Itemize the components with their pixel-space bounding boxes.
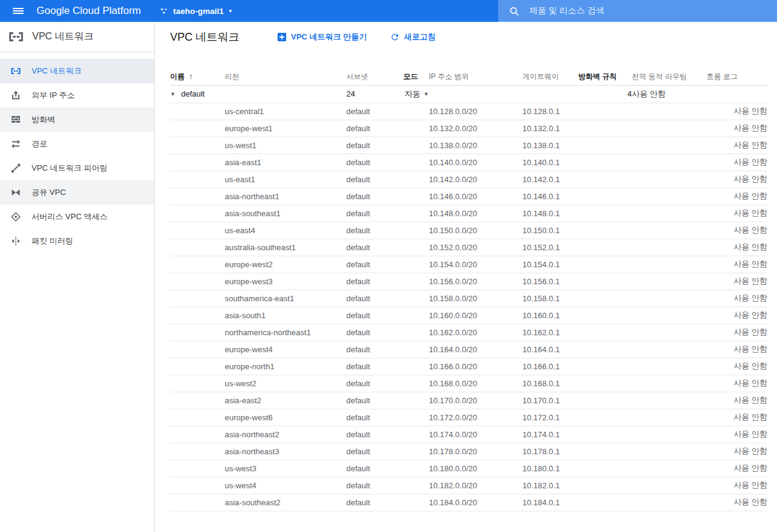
empty-cell (632, 375, 707, 392)
subnet-name-cell[interactable]: default (346, 239, 403, 256)
subnet-row[interactable]: asia-southeast1 default 10.148.0.0/20 10… (170, 205, 767, 222)
column-header-mode[interactable]: 모드 (403, 69, 429, 85)
empty-cell (170, 477, 225, 494)
subnet-name-cell[interactable]: default (346, 443, 403, 460)
subnet-name-cell[interactable]: default (346, 494, 403, 511)
subnet-row[interactable]: asia-east1 default 10.140.0.0/20 10.140.… (170, 154, 767, 171)
subnet-row[interactable]: asia-south1 default 10.160.0.0/20 10.160… (170, 307, 767, 324)
subnet-name-cell[interactable]: default (346, 273, 403, 290)
global-dynamic-routing-cell: 사용 안함 (632, 85, 707, 103)
mode-cell[interactable]: 자동▼ (403, 85, 429, 103)
subnet-name-cell[interactable]: default (346, 222, 403, 239)
subnet-row[interactable]: asia-east2 default 10.170.0.0/20 10.170.… (170, 392, 767, 409)
gateway-cell: 10.174.0.1 (522, 426, 578, 443)
subnet-row[interactable]: asia-northeast2 default 10.174.0.0/20 10… (170, 426, 767, 443)
sidebar-item-label: 패킷 미러링 (32, 236, 74, 247)
sidebar-item-firewall[interactable]: 방화벽 (0, 107, 154, 132)
empty-cell (225, 85, 346, 103)
column-header-ip-range[interactable]: IP 주소 범위 (429, 69, 522, 85)
sidebar-item-serverless-vpc-access[interactable]: 서버리스 VPC 액세스 (0, 205, 154, 229)
product-logo[interactable]: Google Cloud Platform (36, 5, 141, 17)
sidebar-item-packet-mirroring[interactable]: 패킷 미러링 (0, 229, 154, 253)
gateway-cell: 10.152.0.1 (522, 239, 578, 256)
subnet-row[interactable]: europe-north1 default 10.166.0.0/20 10.1… (170, 358, 767, 375)
subnet-row[interactable]: asia-northeast3 default 10.178.0.0/20 10… (170, 443, 767, 460)
gateway-cell: 10.138.0.1 (522, 137, 578, 154)
collapse-caret-icon[interactable]: ▼ (170, 91, 176, 97)
flow-logs-cell: 사용 안함 (707, 222, 767, 239)
subnet-row[interactable]: us-west3 default 10.180.0.0/20 10.180.0.… (170, 460, 767, 477)
column-header-gateway[interactable]: 게이트웨이 (522, 69, 578, 85)
column-header-region[interactable]: 리전 (225, 69, 346, 85)
firewall-rules-count-cell[interactable]: 4 (578, 85, 632, 103)
empty-cell (170, 137, 225, 154)
network-row-default[interactable]: ▼default 24 자동▼ 4 사용 안함 (170, 85, 767, 103)
subnet-name-cell[interactable]: default (346, 460, 403, 477)
search-bar[interactable]: 제품 및 리소스 검색 (498, 0, 777, 22)
shared-vpc-icon (10, 187, 21, 198)
subnet-row[interactable]: europe-west4 default 10.164.0.0/20 10.16… (170, 341, 767, 358)
sidebar-item-shared-vpc[interactable]: 공유 VPC (0, 180, 154, 205)
column-header-global-dynamic-routing[interactable]: 전역 동적 라우팅 (632, 69, 707, 85)
subnet-row[interactable]: northamerica-northeast1 default 10.162.0… (170, 324, 767, 341)
sidebar-item-vpc-network-peering[interactable]: VPC 네트워크 피어링 (0, 156, 154, 180)
gateway-cell: 10.164.0.1 (522, 341, 578, 358)
subnet-row[interactable]: europe-west3 default 10.156.0.0/20 10.15… (170, 273, 767, 290)
empty-cell (403, 443, 429, 460)
subnet-name-cell[interactable]: default (346, 103, 403, 120)
subnet-name-cell[interactable]: default (346, 307, 403, 324)
subnet-row[interactable]: europe-west1 default 10.132.0.0/20 10.13… (170, 120, 767, 137)
subnet-row[interactable]: us-west4 default 10.182.0.0/20 10.182.0.… (170, 477, 767, 494)
subnet-name-cell[interactable]: default (346, 392, 403, 409)
subnet-row[interactable]: us-central1 default 10.128.0.0/20 10.128… (170, 103, 767, 120)
empty-cell (632, 205, 707, 222)
network-name-link[interactable]: default (181, 89, 205, 98)
column-header-flow-logs[interactable]: 흐름 로그 (707, 69, 767, 85)
subnet-row[interactable]: asia-northeast1 default 10.146.0.0/20 10… (170, 188, 767, 205)
subnet-name-cell[interactable]: default (346, 154, 403, 171)
subnet-name-cell[interactable]: default (346, 375, 403, 392)
subnet-name-cell[interactable]: default (346, 205, 403, 222)
empty-cell (403, 409, 429, 426)
subnet-row[interactable]: us-west1 default 10.138.0.0/20 10.138.0.… (170, 137, 767, 154)
column-header-subnets[interactable]: 서브넷 (346, 69, 403, 85)
create-vpc-network-button[interactable]: VPC 네트워크 만들기 (277, 32, 367, 43)
subnet-row[interactable]: us-east4 default 10.150.0.0/20 10.150.0.… (170, 222, 767, 239)
empty-cell (632, 324, 707, 341)
subnet-name-cell[interactable]: default (346, 409, 403, 426)
refresh-button[interactable]: 새로고침 (390, 32, 436, 43)
subnet-row[interactable]: southamerica-east1 default 10.158.0.0/20… (170, 290, 767, 307)
project-icon (159, 6, 169, 16)
flow-logs-cell: 사용 안함 (707, 290, 767, 307)
subnet-row[interactable]: us-west2 default 10.168.0.0/20 10.168.0.… (170, 375, 767, 392)
subnet-row[interactable]: us-east1 default 10.142.0.0/20 10.142.0.… (170, 171, 767, 188)
empty-cell (632, 460, 707, 477)
subnet-name-cell[interactable]: default (346, 290, 403, 307)
menu-button[interactable] (0, 0, 36, 22)
project-selector[interactable]: taeho-gmail1 ▼ (159, 6, 233, 16)
subnet-name-cell[interactable]: default (346, 120, 403, 137)
subnet-name-cell[interactable]: default (346, 358, 403, 375)
column-header-firewall-rules[interactable]: 방화벽 규칙 (578, 69, 632, 85)
gateway-cell: 10.168.0.1 (522, 375, 578, 392)
plus-icon (277, 32, 287, 42)
empty-cell (578, 256, 632, 273)
subnet-name-cell[interactable]: default (346, 426, 403, 443)
sidebar-item-external-ip-addresses[interactable]: 외부 IP 주소 (0, 83, 154, 107)
sidebar-item-routes[interactable]: 경로 (0, 132, 154, 156)
column-header-name[interactable]: 이름↑ (170, 69, 225, 85)
subnet-name-cell[interactable]: default (346, 171, 403, 188)
subnet-row[interactable]: europe-west2 default 10.154.0.0/20 10.15… (170, 256, 767, 273)
flow-logs-cell: 사용 안함 (707, 443, 767, 460)
subnet-name-cell[interactable]: default (346, 256, 403, 273)
subnet-name-cell[interactable]: default (346, 188, 403, 205)
subnet-row[interactable]: europe-west6 default 10.172.0.0/20 10.17… (170, 409, 767, 426)
subnet-row[interactable]: australia-southeast1 default 10.152.0.0/… (170, 239, 767, 256)
subnet-name-cell[interactable]: default (346, 324, 403, 341)
empty-cell (632, 443, 707, 460)
subnet-row[interactable]: asia-southeast2 default 10.184.0.0/20 10… (170, 494, 767, 511)
subnet-name-cell[interactable]: default (346, 137, 403, 154)
sidebar-item-vpc-networks[interactable]: VPC 네트워크 (0, 59, 154, 83)
subnet-name-cell[interactable]: default (346, 341, 403, 358)
subnet-name-cell[interactable]: default (346, 477, 403, 494)
